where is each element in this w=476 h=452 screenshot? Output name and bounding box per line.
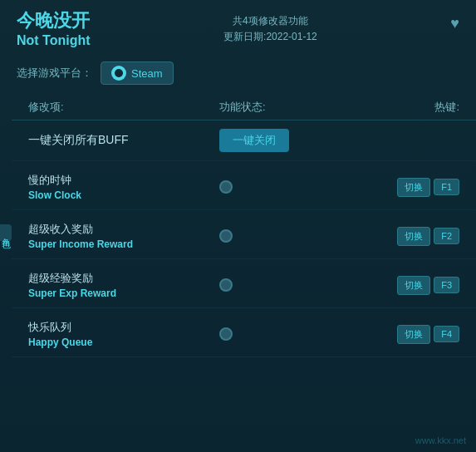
feature-en-0: Slow Clock [28,189,219,201]
table-header: 修改项: 功能状态: 热键: [12,95,476,120]
app-container: 今晚没开 Not Tonight 共4项修改器功能 更新日期:2022-01-1… [0,0,476,452]
steam-icon [111,66,126,81]
game-title-cn: 今晚没开 [17,10,91,32]
feature-row: 超级收入奖励 Super Income Reward 切换 F2 [12,210,476,259]
watermark: www.kkx.net [415,435,466,445]
feature-en-1: Super Income Reward [28,238,219,250]
feature-name-0: 慢的时钟 Slow Clock [28,173,219,201]
feature-hotkey-0: 切换 F1 [352,178,459,197]
special-row: 一键关闭所有BUFF 一键关闭 [12,120,476,161]
col-header-hotkey: 热键: [352,100,459,115]
side-tab-text: 角色 [0,231,12,234]
header-left: 今晚没开 Not Tonight [17,10,91,48]
platform-button-label: Steam [131,67,163,80]
toggle-circle-2 [219,278,233,292]
feature-cn-0: 慢的时钟 [28,173,219,188]
hotkey-switch-3[interactable]: 切换 [397,325,430,344]
feature-toggle-1[interactable] [219,229,352,243]
special-item-name: 一键关闭所有BUFF [28,133,219,148]
feature-name-3: 快乐队列 Happy Queue [28,320,219,348]
feature-row: 快乐队列 Happy Queue 切换 F4 [12,308,476,357]
feature-hotkey-2: 切换 F3 [352,276,459,295]
feature-cn-2: 超级经验奖励 [28,271,219,286]
feature-cn-1: 超级收入奖励 [28,222,219,237]
feature-row: 超级经验奖励 Super Exp Reward 切换 F3 [12,259,476,308]
feature-list: 慢的时钟 Slow Clock 切换 F1 超级收入奖励 Super Incom… [0,161,476,357]
header-center: 共4项修改器功能 更新日期:2022-01-12 [223,10,317,45]
feature-hotkey-1: 切换 F2 [352,227,459,246]
feature-name-2: 超级经验奖励 Super Exp Reward [28,271,219,299]
feature-toggle-0[interactable] [219,180,352,194]
special-status: 一键关闭 [219,129,352,152]
hotkey-key-1: F2 [434,228,459,244]
game-title-en: Not Tonight [17,33,91,48]
toggle-circle-3 [219,327,233,341]
feature-hotkey-3: 切换 F4 [352,325,459,344]
toggle-circle-1 [219,229,233,243]
feature-name-1: 超级收入奖励 Super Income Reward [28,222,219,250]
side-tab[interactable]: 角色 [0,224,12,241]
header-right: ♥ [450,10,459,32]
feature-count: 共4项修改器功能 [233,13,308,29]
col-header-status: 功能状态: [219,100,352,115]
col-header-name: 修改项: [28,100,219,115]
header: 今晚没开 Not Tonight 共4项修改器功能 更新日期:2022-01-1… [0,0,476,55]
platform-label: 选择游戏平台： [17,66,92,81]
feature-toggle-2[interactable] [219,278,352,292]
hotkey-key-0: F1 [434,179,459,195]
feature-row: 慢的时钟 Slow Clock 切换 F1 [12,161,476,210]
update-date: 更新日期:2022-01-12 [223,29,317,45]
platform-button[interactable]: Steam [101,61,174,85]
hotkey-key-2: F3 [434,277,459,293]
hotkey-switch-0[interactable]: 切换 [397,178,430,197]
feature-en-2: Super Exp Reward [28,287,219,299]
feature-cn-3: 快乐队列 [28,320,219,335]
hotkey-key-3: F4 [434,326,459,342]
toggle-circle-0 [219,180,233,194]
feature-toggle-3[interactable] [219,327,352,341]
one-key-close-button[interactable]: 一键关闭 [219,129,289,152]
hotkey-switch-2[interactable]: 切换 [397,276,430,295]
platform-section: 选择游戏平台： Steam [0,55,476,95]
hotkey-switch-1[interactable]: 切换 [397,227,430,246]
feature-en-3: Happy Queue [28,337,219,348]
heart-icon[interactable]: ♥ [450,15,459,32]
